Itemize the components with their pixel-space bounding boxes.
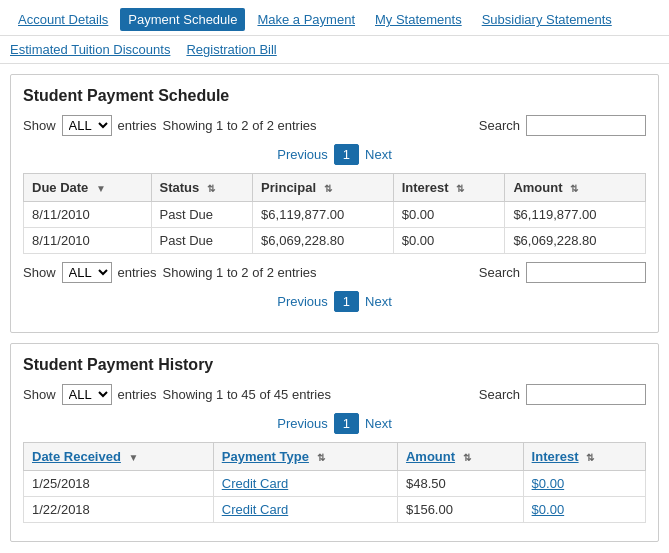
schedule-controls-bottom: Show ALL 10 25 50 entries Showing 1 to 2… — [23, 262, 646, 283]
schedule-cell-interest: $0.00 — [393, 228, 505, 254]
history-pagination-top: Previous 1 Next — [23, 413, 646, 434]
schedule-entries-label: entries — [118, 118, 157, 133]
history-entries-label: entries — [118, 387, 157, 402]
schedule-show-label: Show — [23, 118, 56, 133]
schedule-cell-duedate: 8/11/2010 — [24, 202, 152, 228]
schedule-search-right-bottom: Search — [479, 262, 646, 283]
nav-payment-schedule[interactable]: Payment Schedule — [120, 8, 245, 31]
history-cell-interest: $0.00 — [523, 471, 645, 497]
history-show-left: Show ALL 10 25 50 entries Showing 1 to 4… — [23, 384, 331, 405]
history-showing-text: Showing 1 to 45 of 45 entries — [163, 387, 331, 402]
schedule-cell-status: Past Due — [151, 228, 253, 254]
schedule-col-status[interactable]: Status ⇅ — [151, 174, 253, 202]
schedule-cell-duedate: 8/11/2010 — [24, 228, 152, 254]
schedule-search-label: Search — [479, 118, 520, 133]
schedule-table: Due Date ▼ Status ⇅ Principal ⇅ Interest… — [23, 173, 646, 254]
schedule-search-label-bottom: Search — [479, 265, 520, 280]
history-table: Date Received ▼ Payment Type ⇅ Amount ⇅ … — [23, 442, 646, 523]
history-col-amount[interactable]: Amount ⇅ — [397, 443, 523, 471]
sub-nav-registration[interactable]: Registration Bill — [186, 42, 276, 57]
schedule-page-num-top[interactable]: 1 — [334, 144, 359, 165]
history-show-label: Show — [23, 387, 56, 402]
history-search-right: Search — [479, 384, 646, 405]
history-previous-top[interactable]: Previous — [277, 416, 328, 431]
history-controls-top: Show ALL 10 25 50 entries Showing 1 to 4… — [23, 384, 646, 405]
payment-history-section: Student Payment History Show ALL 10 25 5… — [10, 343, 659, 542]
schedule-cell-amount: $6,069,228.80 — [505, 228, 646, 254]
schedule-show-left-bottom: Show ALL 10 25 50 entries Showing 1 to 2… — [23, 262, 317, 283]
sub-nav-tuition[interactable]: Estimated Tuition Discounts — [10, 42, 170, 57]
history-col-interest[interactable]: Interest ⇅ — [523, 443, 645, 471]
history-amount-sort-icon: ⇅ — [463, 452, 471, 463]
schedule-search-input-bottom[interactable] — [526, 262, 646, 283]
datereceived-sort-icon: ▼ — [129, 452, 139, 463]
schedule-cell-status: Past Due — [151, 202, 253, 228]
history-cell-paymenttype[interactable]: Credit Card — [213, 471, 397, 497]
history-page-num-top[interactable]: 1 — [334, 413, 359, 434]
schedule-col-amount[interactable]: Amount ⇅ — [505, 174, 646, 202]
schedule-show-left: Show ALL 10 25 50 entries Showing 1 to 2… — [23, 115, 317, 136]
history-cell-datereceived: 1/25/2018 — [24, 471, 214, 497]
top-nav: Account Details Payment Schedule Make a … — [0, 0, 669, 36]
history-table-row: 1/22/2018 Credit Card $156.00 $0.00 — [24, 497, 646, 523]
status-sort-icon: ⇅ — [207, 183, 215, 194]
history-next-top[interactable]: Next — [365, 416, 392, 431]
history-cell-paymenttype[interactable]: Credit Card — [213, 497, 397, 523]
nav-my-statements[interactable]: My Statements — [367, 8, 470, 31]
nav-account-details[interactable]: Account Details — [10, 8, 116, 31]
schedule-table-row: 8/11/2010 Past Due $6,119,877.00 $0.00 $… — [24, 202, 646, 228]
schedule-showing-text-bottom: Showing 1 to 2 of 2 entries — [163, 265, 317, 280]
amount-sort-icon: ⇅ — [570, 183, 578, 194]
schedule-pagination-bottom: Previous 1 Next — [23, 291, 646, 312]
nav-make-payment[interactable]: Make a Payment — [249, 8, 363, 31]
schedule-col-principal[interactable]: Principal ⇅ — [253, 174, 394, 202]
schedule-table-header-row: Due Date ▼ Status ⇅ Principal ⇅ Interest… — [24, 174, 646, 202]
schedule-show-select-bottom[interactable]: ALL 10 25 50 — [62, 262, 112, 283]
payment-schedule-section: Student Payment Schedule Show ALL 10 25 … — [10, 74, 659, 333]
paymenttype-sort-icon: ⇅ — [317, 452, 325, 463]
schedule-cell-principal: $6,119,877.00 — [253, 202, 394, 228]
schedule-table-row: 8/11/2010 Past Due $6,069,228.80 $0.00 $… — [24, 228, 646, 254]
schedule-search-right: Search — [479, 115, 646, 136]
schedule-cell-amount: $6,119,877.00 — [505, 202, 646, 228]
schedule-entries-label-bottom: entries — [118, 265, 157, 280]
schedule-pagination-top: Previous 1 Next — [23, 144, 646, 165]
schedule-page-num-bottom[interactable]: 1 — [334, 291, 359, 312]
schedule-cell-principal: $6,069,228.80 — [253, 228, 394, 254]
schedule-previous-bottom[interactable]: Previous — [277, 294, 328, 309]
history-interest-sort-icon: ⇅ — [586, 452, 594, 463]
schedule-show-label-bottom: Show — [23, 265, 56, 280]
schedule-next-bottom[interactable]: Next — [365, 294, 392, 309]
history-cell-datereceived: 1/22/2018 — [24, 497, 214, 523]
schedule-controls-top: Show ALL 10 25 50 entries Showing 1 to 2… — [23, 115, 646, 136]
history-search-input[interactable] — [526, 384, 646, 405]
history-table-row: 1/25/2018 Credit Card $48.50 $0.00 — [24, 471, 646, 497]
history-cell-amount: $156.00 — [397, 497, 523, 523]
history-cell-amount: $48.50 — [397, 471, 523, 497]
duedate-sort-icon: ▼ — [96, 183, 106, 194]
schedule-col-interest[interactable]: Interest ⇅ — [393, 174, 505, 202]
schedule-previous-top[interactable]: Previous — [277, 147, 328, 162]
nav-subsidiary-statements[interactable]: Subsidiary Statements — [474, 8, 620, 31]
schedule-cell-interest: $0.00 — [393, 202, 505, 228]
history-search-label: Search — [479, 387, 520, 402]
interest-sort-icon: ⇅ — [456, 183, 464, 194]
principal-sort-icon: ⇅ — [324, 183, 332, 194]
sub-nav: Estimated Tuition Discounts Registration… — [0, 36, 669, 64]
schedule-show-select[interactable]: ALL 10 25 50 — [62, 115, 112, 136]
history-col-datereceived[interactable]: Date Received ▼ — [24, 443, 214, 471]
history-col-paymenttype[interactable]: Payment Type ⇅ — [213, 443, 397, 471]
schedule-col-duedate[interactable]: Due Date ▼ — [24, 174, 152, 202]
schedule-next-top[interactable]: Next — [365, 147, 392, 162]
payment-schedule-title: Student Payment Schedule — [23, 87, 646, 105]
schedule-search-input[interactable] — [526, 115, 646, 136]
schedule-showing-text: Showing 1 to 2 of 2 entries — [163, 118, 317, 133]
payment-history-title: Student Payment History — [23, 356, 646, 374]
history-cell-interest: $0.00 — [523, 497, 645, 523]
history-show-select[interactable]: ALL 10 25 50 — [62, 384, 112, 405]
history-table-header-row: Date Received ▼ Payment Type ⇅ Amount ⇅ … — [24, 443, 646, 471]
